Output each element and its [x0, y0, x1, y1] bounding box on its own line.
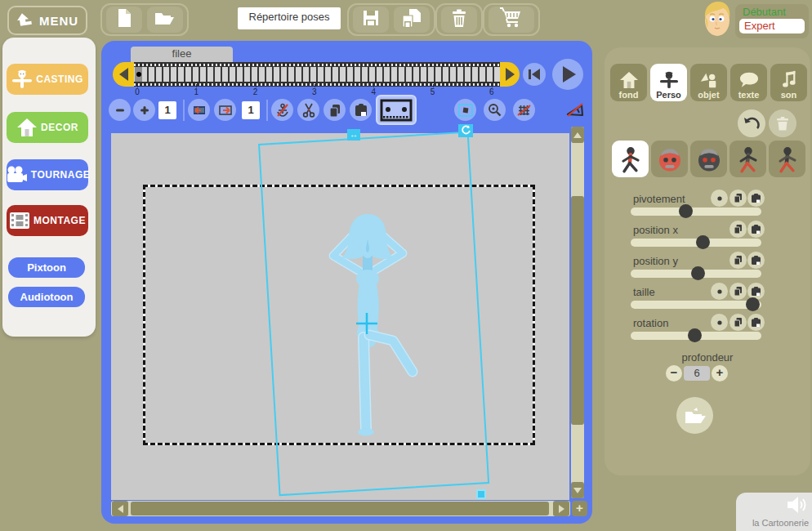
insert-count-input[interactable]: 1 [242, 101, 260, 119]
character-thumb-pumpkin-red-face[interactable] [651, 141, 688, 177]
reset-taille-button[interactable] [711, 283, 728, 300]
paste-rotation-button[interactable] [747, 314, 765, 331]
tab-perso[interactable]: Perso [650, 64, 687, 101]
scroll-right-button[interactable] [553, 501, 569, 516]
character-thumb-pumpkin-dark-face[interactable] [690, 141, 727, 177]
paste-button[interactable] [350, 99, 372, 121]
grid-toggle-button[interactable] [513, 99, 535, 121]
scroll-left-button[interactable] [112, 501, 128, 516]
frame-view-toggle-selected[interactable] [376, 95, 417, 125]
scroll-down-button[interactable] [571, 482, 584, 498]
slider-track-rotation[interactable] [631, 332, 761, 340]
shift-frames-right-button[interactable] [214, 99, 236, 121]
play-icon [563, 66, 576, 83]
slider-track-position-x[interactable] [631, 239, 761, 247]
tab-fond[interactable]: fond [610, 64, 647, 101]
speaker-icon[interactable] [784, 494, 809, 519]
slider-track-position-y[interactable] [631, 270, 761, 278]
timeline-tab[interactable]: filee [131, 47, 233, 63]
horizontal-scrollbar[interactable] [111, 501, 570, 516]
new-document-button[interactable] [106, 7, 142, 33]
timeline-scroll-right-button[interactable] [500, 62, 520, 87]
current-frame-marker[interactable] [135, 67, 142, 82]
slider-thumb-rotation[interactable] [688, 328, 702, 342]
sidebar-tool-pixtoon[interactable]: Pixtoon [8, 257, 85, 278]
depth-increase-button[interactable]: + [712, 365, 728, 382]
timeline-filmstrip[interactable] [134, 62, 500, 87]
slider-track-taille[interactable] [631, 301, 761, 309]
character-thumb-stick-red-torso[interactable] [612, 141, 649, 177]
undo-button[interactable] [738, 109, 765, 137]
rotate-handle[interactable] [458, 124, 473, 137]
down-triangle-icon [573, 488, 582, 493]
toolbar-divider [266, 100, 268, 121]
tab-objet[interactable]: objet [690, 64, 727, 101]
selection-bounding-box[interactable] [258, 132, 489, 497]
open-library-button[interactable] [676, 397, 713, 434]
add-frame-button[interactable] [133, 99, 155, 121]
depth-decrease-button[interactable]: − [666, 365, 682, 382]
brand-card: la Cartoonerie [736, 493, 812, 531]
save-copy-button[interactable] [394, 7, 430, 33]
go-to-start-button[interactable] [523, 63, 546, 86]
level-debutant-label[interactable]: Débutant [739, 6, 805, 18]
slider-track-pivotement[interactable] [631, 207, 761, 216]
copy-position-y-button[interactable] [729, 252, 747, 269]
frame-count-input[interactable]: 1 [158, 101, 176, 119]
selection-frame-tool-button[interactable] [454, 99, 476, 121]
shop-button[interactable] [489, 7, 534, 33]
sidebar-item-montage[interactable]: MONTAGE [7, 205, 88, 236]
slider-thumb-position-x[interactable] [696, 235, 710, 249]
copy-position-x-button[interactable] [729, 221, 747, 238]
sidebar-item-tournage[interactable]: TOURNAGE [7, 159, 88, 190]
paste-pivotement-button[interactable] [747, 190, 765, 207]
sprocket-holes-top [134, 64, 500, 66]
vertical-scroll-thumb[interactable] [571, 196, 584, 425]
depth-value[interactable]: 6 [684, 366, 710, 381]
cut-button[interactable] [297, 99, 319, 121]
paste-position-x-button[interactable] [747, 221, 765, 238]
delete-button[interactable] [441, 7, 477, 33]
poses-library-button[interactable]: Répertoire poses [238, 7, 341, 29]
sidebar-item-decor[interactable]: DECOR [7, 112, 88, 143]
reset-rotation-button[interactable] [711, 314, 728, 331]
remove-frame-button[interactable] [109, 99, 131, 121]
scale-horizontal-handle[interactable]: ↔ [347, 129, 360, 141]
level-expert-selected[interactable]: Expert [739, 19, 805, 33]
copy-taille-button[interactable] [729, 283, 747, 300]
scale-corner-handle[interactable] [476, 489, 486, 499]
character-thumb-stick-red-leg[interactable] [729, 141, 766, 177]
scarecrow-icon [659, 71, 679, 89]
paste-position-y-button[interactable] [747, 252, 765, 269]
save-button[interactable] [353, 7, 389, 33]
tab-texte[interactable]: texte [730, 64, 767, 101]
open-folder-button[interactable] [147, 7, 183, 33]
horizontal-scroll-thumb[interactable] [131, 502, 549, 515]
slider-thumb-position-y[interactable] [691, 266, 705, 280]
slider-thumb-taille[interactable] [746, 297, 760, 311]
user-avatar[interactable] [701, 1, 734, 43]
play-button[interactable] [552, 59, 583, 90]
zoom-tool-button[interactable] [484, 99, 506, 121]
character-thumb-stick-red-legs[interactable] [769, 141, 805, 177]
timeline-scroll-left-button[interactable] [113, 62, 134, 87]
copy-button[interactable] [323, 99, 346, 121]
sidebar-item-casting[interactable]: CASTING [7, 64, 88, 95]
unlock-anchor-button[interactable] [271, 99, 293, 121]
canvas-zoom-in-button[interactable]: + [572, 501, 587, 516]
vertical-scrollbar[interactable] [571, 127, 584, 498]
menu-button[interactable]: MENU [7, 6, 87, 35]
sound-mute-button[interactable] [564, 99, 586, 121]
shift-frames-left-button[interactable] [188, 99, 210, 121]
reset-pivotement-button[interactable] [711, 190, 728, 207]
scroll-up-button[interactable] [571, 127, 584, 143]
sidebar-tool-audiotoon[interactable]: Audiotoon [8, 287, 85, 307]
timeline-number: 5 [425, 87, 441, 96]
tab-son[interactable]: son [770, 64, 807, 101]
delete-character-button[interactable] [769, 109, 796, 137]
copy-pivotement-button[interactable] [729, 190, 747, 207]
tab-label: son [781, 90, 797, 100]
copy-rotation-button[interactable] [729, 314, 747, 331]
slider-thumb-pivotement[interactable] [679, 204, 693, 218]
sidebar-item-label: MONTAGE [33, 215, 86, 226]
